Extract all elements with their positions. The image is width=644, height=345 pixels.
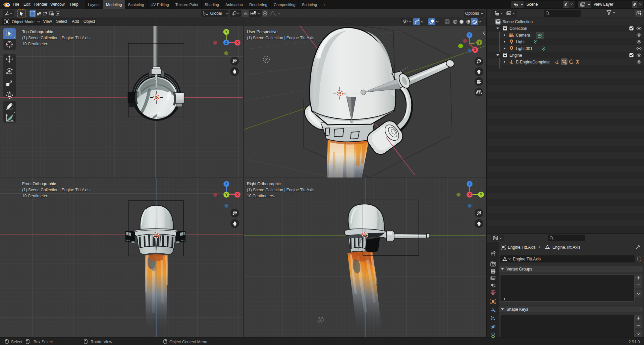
svg-text:Z: Z xyxy=(469,182,471,186)
svg-text:Y: Y xyxy=(225,30,227,34)
svg-text:X: X xyxy=(236,193,239,197)
svg-text:Y: Y xyxy=(225,193,228,197)
svg-text:X: X xyxy=(469,193,471,197)
svg-text:Z: Z xyxy=(225,182,227,186)
svg-text:Y: Y xyxy=(480,193,482,197)
svg-text:Z: Z xyxy=(225,41,227,44)
svg-text:Y: Y xyxy=(478,41,481,44)
svg-text:X: X xyxy=(474,48,476,52)
svg-text:X: X xyxy=(236,41,239,45)
svg-text:Z: Z xyxy=(469,33,471,37)
